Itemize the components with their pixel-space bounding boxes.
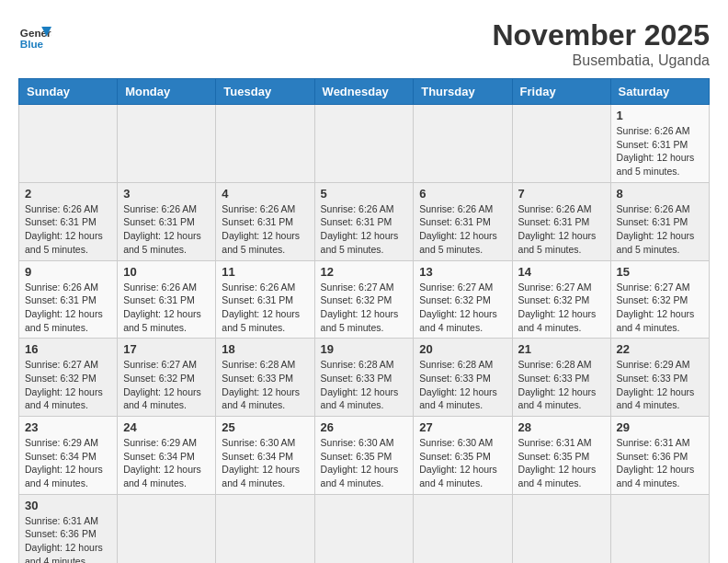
calendar-week-row: 1Sunrise: 6:26 AMSunset: 6:31 PMDaylight…	[19, 105, 710, 183]
calendar-cell: 8Sunrise: 6:26 AMSunset: 6:31 PMDaylight…	[610, 182, 709, 260]
calendar-cell: 15Sunrise: 6:27 AMSunset: 6:32 PMDayligh…	[610, 260, 709, 339]
calendar-week-row: 9Sunrise: 6:26 AMSunset: 6:31 PMDaylight…	[19, 260, 710, 339]
day-number: 16	[25, 342, 111, 356]
day-info: Sunrise: 6:27 AMSunset: 6:32 PMDaylight:…	[321, 281, 408, 335]
day-info: Sunrise: 6:26 AMSunset: 6:31 PMDaylight:…	[25, 281, 111, 335]
calendar-cell: 26Sunrise: 6:30 AMSunset: 6:35 PMDayligh…	[314, 417, 414, 495]
calendar-cell	[118, 105, 216, 183]
calendar-cell: 20Sunrise: 6:28 AMSunset: 6:33 PMDayligh…	[414, 339, 512, 417]
day-info: Sunrise: 6:31 AMSunset: 6:36 PMDaylight:…	[617, 436, 703, 490]
day-info: Sunrise: 6:26 AMSunset: 6:31 PMDaylight:…	[25, 202, 111, 257]
calendar-cell: 21Sunrise: 6:28 AMSunset: 6:33 PMDayligh…	[512, 339, 610, 417]
day-number: 18	[222, 342, 308, 356]
calendar-cell: 1Sunrise: 6:26 AMSunset: 6:31 PMDaylight…	[610, 105, 709, 183]
title-area: November 2025 Busembatia, Uganda	[492, 18, 710, 69]
day-info: Sunrise: 6:29 AMSunset: 6:34 PMDaylight:…	[123, 436, 210, 490]
day-info: Sunrise: 6:28 AMSunset: 6:33 PMDaylight:…	[222, 358, 308, 412]
day-number: 23	[25, 420, 111, 434]
day-info: Sunrise: 6:28 AMSunset: 6:33 PMDaylight:…	[518, 358, 605, 412]
day-number: 1	[617, 109, 703, 122]
day-number: 14	[518, 265, 605, 279]
day-number: 6	[419, 187, 506, 201]
day-info: Sunrise: 6:28 AMSunset: 6:33 PMDaylight:…	[419, 358, 506, 412]
day-number: 5	[321, 187, 408, 201]
weekday-header-wednesday: Wednesday	[314, 79, 414, 105]
calendar-cell	[216, 105, 314, 183]
calendar-cell: 2Sunrise: 6:26 AMSunset: 6:31 PMDaylight…	[19, 182, 118, 260]
day-number: 22	[617, 342, 703, 356]
day-number: 17	[123, 342, 210, 356]
calendar-cell	[216, 494, 314, 563]
day-info: Sunrise: 6:30 AMSunset: 6:35 PMDaylight:…	[419, 436, 506, 490]
day-info: Sunrise: 6:30 AMSunset: 6:35 PMDaylight:…	[321, 436, 408, 490]
calendar-cell: 10Sunrise: 6:26 AMSunset: 6:31 PMDayligh…	[118, 260, 216, 339]
day-number: 2	[25, 187, 111, 201]
day-info: Sunrise: 6:26 AMSunset: 6:31 PMDaylight:…	[123, 202, 210, 257]
calendar-cell: 23Sunrise: 6:29 AMSunset: 6:34 PMDayligh…	[19, 417, 118, 495]
day-info: Sunrise: 6:31 AMSunset: 6:35 PMDaylight:…	[518, 436, 605, 490]
calendar-week-row: 30Sunrise: 6:31 AMSunset: 6:36 PMDayligh…	[19, 494, 710, 563]
calendar-cell: 19Sunrise: 6:28 AMSunset: 6:33 PMDayligh…	[314, 339, 414, 417]
logo-icon: General Blue	[18, 18, 51, 52]
day-info: Sunrise: 6:27 AMSunset: 6:32 PMDaylight:…	[123, 358, 210, 412]
weekday-header-thursday: Thursday	[414, 79, 512, 105]
calendar-cell: 27Sunrise: 6:30 AMSunset: 6:35 PMDayligh…	[414, 417, 512, 495]
day-number: 30	[25, 499, 111, 512]
calendar-cell: 17Sunrise: 6:27 AMSunset: 6:32 PMDayligh…	[118, 339, 216, 417]
day-number: 10	[123, 265, 210, 279]
calendar-cell: 28Sunrise: 6:31 AMSunset: 6:35 PMDayligh…	[512, 417, 610, 495]
calendar-cell: 29Sunrise: 6:31 AMSunset: 6:36 PMDayligh…	[610, 417, 709, 495]
day-info: Sunrise: 6:26 AMSunset: 6:31 PMDaylight:…	[321, 202, 408, 257]
calendar-week-row: 16Sunrise: 6:27 AMSunset: 6:32 PMDayligh…	[19, 339, 710, 417]
calendar-cell	[314, 494, 414, 563]
logo: General Blue	[18, 18, 51, 52]
calendar-cell: 22Sunrise: 6:29 AMSunset: 6:33 PMDayligh…	[610, 339, 709, 417]
calendar-cell: 14Sunrise: 6:27 AMSunset: 6:32 PMDayligh…	[512, 260, 610, 339]
calendar-table: SundayMondayTuesdayWednesdayThursdayFrid…	[18, 78, 710, 563]
day-info: Sunrise: 6:26 AMSunset: 6:31 PMDaylight:…	[617, 202, 703, 257]
day-info: Sunrise: 6:26 AMSunset: 6:31 PMDaylight:…	[518, 202, 605, 257]
day-number: 20	[419, 342, 506, 356]
weekday-header-row: SundayMondayTuesdayWednesdayThursdayFrid…	[19, 79, 710, 105]
calendar-cell	[610, 494, 709, 563]
day-info: Sunrise: 6:27 AMSunset: 6:32 PMDaylight:…	[617, 281, 703, 335]
calendar-cell	[512, 105, 610, 183]
calendar-cell	[414, 105, 512, 183]
day-info: Sunrise: 6:31 AMSunset: 6:36 PMDaylight:…	[25, 514, 111, 563]
day-number: 3	[123, 187, 210, 201]
day-info: Sunrise: 6:26 AMSunset: 6:31 PMDaylight:…	[617, 124, 703, 178]
calendar-week-row: 23Sunrise: 6:29 AMSunset: 6:34 PMDayligh…	[19, 417, 710, 495]
day-number: 11	[222, 265, 308, 279]
location-subtitle: Busembatia, Uganda	[492, 52, 710, 69]
svg-text:Blue: Blue	[20, 38, 44, 50]
calendar-cell	[414, 494, 512, 563]
day-info: Sunrise: 6:26 AMSunset: 6:31 PMDaylight:…	[222, 202, 308, 257]
calendar-cell: 16Sunrise: 6:27 AMSunset: 6:32 PMDayligh…	[19, 339, 118, 417]
page-header: General Blue November 2025 Busembatia, U…	[18, 18, 710, 69]
calendar-cell	[512, 494, 610, 563]
day-info: Sunrise: 6:26 AMSunset: 6:31 PMDaylight:…	[123, 281, 210, 335]
day-info: Sunrise: 6:29 AMSunset: 6:34 PMDaylight:…	[25, 436, 111, 490]
calendar-cell: 11Sunrise: 6:26 AMSunset: 6:31 PMDayligh…	[216, 260, 314, 339]
weekday-header-monday: Monday	[118, 79, 216, 105]
day-info: Sunrise: 6:27 AMSunset: 6:32 PMDaylight:…	[419, 281, 506, 335]
calendar-cell: 7Sunrise: 6:26 AMSunset: 6:31 PMDaylight…	[512, 182, 610, 260]
day-number: 8	[617, 187, 703, 201]
day-number: 21	[518, 342, 605, 356]
calendar-cell: 18Sunrise: 6:28 AMSunset: 6:33 PMDayligh…	[216, 339, 314, 417]
day-info: Sunrise: 6:29 AMSunset: 6:33 PMDaylight:…	[617, 358, 703, 412]
weekday-header-tuesday: Tuesday	[216, 79, 314, 105]
day-info: Sunrise: 6:27 AMSunset: 6:32 PMDaylight:…	[25, 358, 111, 412]
calendar-cell	[118, 494, 216, 563]
calendar-cell: 4Sunrise: 6:26 AMSunset: 6:31 PMDaylight…	[216, 182, 314, 260]
calendar-cell: 13Sunrise: 6:27 AMSunset: 6:32 PMDayligh…	[414, 260, 512, 339]
day-number: 4	[222, 187, 308, 201]
weekday-header-saturday: Saturday	[610, 79, 709, 105]
weekday-header-friday: Friday	[512, 79, 610, 105]
day-info: Sunrise: 6:27 AMSunset: 6:32 PMDaylight:…	[518, 281, 605, 335]
day-info: Sunrise: 6:28 AMSunset: 6:33 PMDaylight:…	[321, 358, 408, 412]
day-info: Sunrise: 6:26 AMSunset: 6:31 PMDaylight:…	[419, 202, 506, 257]
calendar-cell: 3Sunrise: 6:26 AMSunset: 6:31 PMDaylight…	[118, 182, 216, 260]
day-info: Sunrise: 6:26 AMSunset: 6:31 PMDaylight:…	[222, 281, 308, 335]
calendar-cell: 24Sunrise: 6:29 AMSunset: 6:34 PMDayligh…	[118, 417, 216, 495]
